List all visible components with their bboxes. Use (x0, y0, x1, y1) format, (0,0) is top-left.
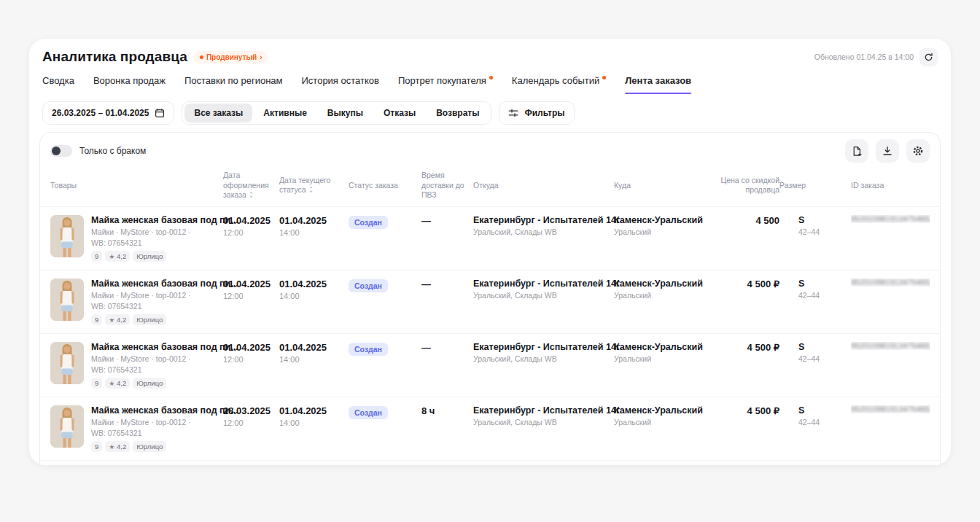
status-badge: Создан (349, 216, 388, 229)
product-title: Майка женская базовая под пи... (91, 342, 238, 352)
order-id-redacted: 9520109819134754652320 (851, 278, 930, 287)
count-badge: 9 (91, 251, 102, 262)
tab-item[interactable]: Сводка (42, 75, 74, 94)
column-header[interactable]: Дата текущего статуса (279, 176, 349, 195)
plan-badge-label: Продвинутый (206, 53, 257, 61)
column-header-label: Товары (50, 181, 77, 190)
column-header-label: Время доставки до ПВЗ (421, 171, 464, 199)
tab-item[interactable]: Лента заказов (625, 75, 691, 94)
table-header: Товары Дата оформления заказа Дата текущ… (40, 169, 940, 207)
column-header-label: ID заказа (851, 181, 884, 190)
order-id-redacted: 9520109819134754652320 (851, 405, 930, 413)
status-cell: Создан (349, 278, 421, 292)
size-cell: S 42–44 (779, 215, 851, 236)
tab-item[interactable]: Портрет покупателя (398, 75, 493, 94)
origin-cell: Екатеринбург - Испытателей 14г Уральский… (473, 342, 614, 363)
order-row[interactable]: Майка женская базовая под пи... Майки · … (40, 461, 940, 465)
tab-label: Поставки по регионам (184, 75, 283, 86)
refresh-button[interactable] (919, 48, 938, 66)
product-subtitle: Майки · MyStore · top-0012 · (91, 354, 238, 363)
download-icon (882, 146, 892, 156)
product-photo (50, 215, 84, 257)
order-row[interactable]: Майка женская базовая под пи... Майки · … (40, 207, 940, 270)
star-icon: ★ (109, 380, 114, 387)
status-date-cell: 01.04.2025 14:00 (279, 215, 349, 237)
order-id-cell: 9520109819134754652320 (851, 405, 930, 413)
destination-cell: Каменск-Уральский Уральский (614, 278, 707, 300)
order-date-cell: 01.04.2025 12:00 (223, 278, 279, 300)
sort-icon[interactable] (249, 191, 254, 198)
entity-badge: Юрлицо (133, 441, 166, 452)
plan-badge[interactable]: Продвинутый › (195, 51, 268, 63)
order-type-segments: Все заказы Активные Выкупы Отказы Возвра… (182, 101, 491, 125)
column-header-label: Размер (779, 181, 806, 190)
sliders-icon (508, 108, 518, 118)
product-wb-article: WB: 07654321 (91, 365, 238, 374)
export-report-button[interactable] (845, 139, 868, 163)
segment-label: Выкупы (327, 108, 363, 118)
header: Аналитика продавца Продвинутый › Обновле… (39, 46, 941, 68)
product-cell: Майка женская базовая под пи... Майки · … (50, 342, 223, 389)
order-id-redacted: 9520109819134754652320 (851, 342, 930, 350)
price-cell: 4 500 ₽ (707, 342, 779, 353)
product-wb-article: WB: 07654321 (91, 302, 238, 311)
product-photo (50, 342, 84, 384)
column-header-label: Статус заказа (349, 181, 398, 190)
order-row[interactable]: Майка женская базовая под пи... Майки · … (40, 334, 940, 397)
defect-only-toggle[interactable] (50, 145, 72, 157)
product-subtitle: Майки · MyStore · top-0012 · (91, 291, 238, 300)
segment-button[interactable]: Отказы (374, 104, 425, 122)
order-id-cell: 9520109819134754652320 (851, 278, 930, 287)
product-subtitle: Майки · MyStore · top-0012 · (91, 227, 238, 236)
order-row[interactable]: Майка женская базовая под пи... Майки · … (40, 397, 940, 461)
product-subtitle: Майки · MyStore · top-0012 · (91, 418, 238, 426)
filter-row: 26.03.2025 – 01.04.2025 Все заказы Актив… (39, 101, 941, 125)
size-cell: S 42–44 (779, 342, 851, 363)
tab-item[interactable]: Воронка продаж (93, 75, 166, 94)
download-button[interactable] (876, 139, 899, 163)
size-cell: S 42–44 (779, 278, 851, 300)
tab-bar: Сводка Воронка продаж Поставки по регион… (39, 68, 941, 94)
product-cell: Майка женская базовая под пи... Майки · … (50, 215, 223, 262)
count-badge: 9 (91, 314, 102, 325)
page-title: Аналитика продавца (42, 49, 187, 65)
settings-button[interactable] (906, 139, 930, 163)
tab-item[interactable]: Календарь событий (512, 75, 606, 94)
filters-button[interactable]: Фильтры (499, 101, 574, 125)
notification-dot-icon (489, 76, 493, 79)
column-header[interactable]: Дата оформления заказа (223, 171, 279, 200)
entity-badge: Юрлицо (133, 378, 166, 389)
order-id-cell: 9520109819134754652320 (851, 215, 930, 223)
column-header: Товары (50, 181, 223, 191)
column-header-label: Откуда (473, 181, 499, 190)
status-badge: Создан (349, 343, 388, 356)
delivery-time-cell: 8 ч (421, 405, 473, 416)
segment-button[interactable]: Возвраты (427, 104, 489, 122)
date-range-value: 26.03.2025 – 01.04.2025 (52, 108, 149, 118)
origin-cell: Екатеринбург - Испытателей 14г Уральский… (473, 278, 614, 300)
rating-badge: ★ 4,2 (105, 378, 130, 389)
date-range-button[interactable]: 26.03.2025 – 01.04.2025 (42, 101, 174, 125)
destination-cell: Каменск-Уральский Уральский (614, 215, 707, 236)
product-photo (50, 405, 84, 448)
tab-item[interactable]: История остатков (302, 75, 379, 94)
status-badge: Создан (349, 279, 388, 292)
segment-button[interactable]: Выкупы (318, 104, 373, 122)
tab-item[interactable]: Поставки по регионам (184, 75, 283, 94)
order-row[interactable]: Майка женская базовая под пи... Майки · … (40, 270, 940, 334)
status-date-cell: 01.04.2025 14:00 (279, 278, 349, 300)
defect-toggle-label: Только с браком (79, 146, 146, 156)
orders-panel: Только с браком (39, 132, 941, 465)
sort-icon[interactable] (308, 186, 314, 193)
order-date-cell: 01.04.2025 12:00 (223, 215, 279, 237)
tab-label: Календарь событий (512, 75, 599, 86)
status-badge: Создан (349, 406, 388, 419)
segment-button[interactable]: Активные (254, 104, 316, 122)
table-body: Майка женская базовая под пи... Майки · … (40, 207, 940, 465)
product-cell: Майка женская базовая под пи... Майки · … (50, 278, 223, 325)
product-title: Майка женская базовая под пи... (91, 405, 238, 416)
count-badge: 9 (91, 378, 102, 389)
segment-button[interactable]: Все заказы (184, 104, 252, 122)
column-header: Размер (779, 181, 851, 191)
column-header: Цена со скидкой продавца (707, 176, 779, 195)
